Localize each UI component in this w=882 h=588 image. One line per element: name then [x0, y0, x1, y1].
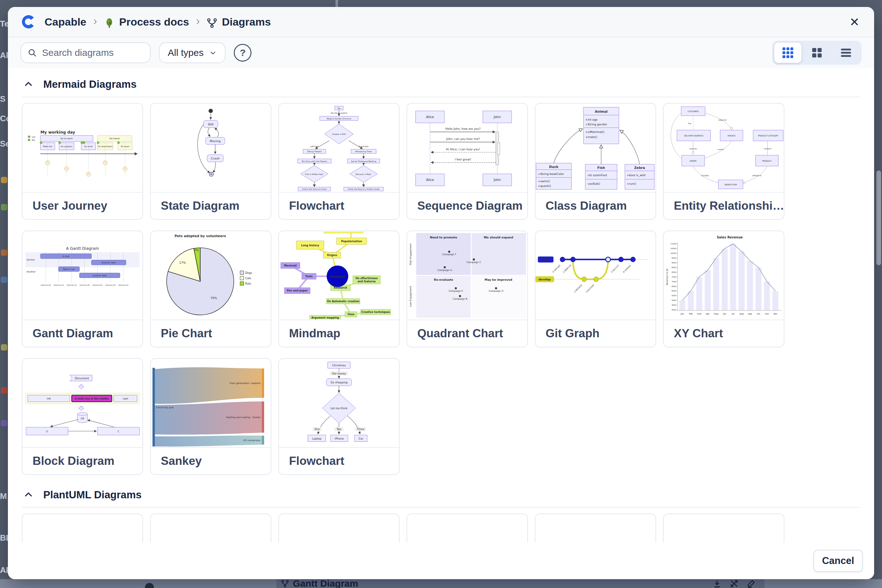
svg-text:Creative techniques: Creative techniques — [361, 311, 390, 314]
svg-text:You: You — [337, 107, 341, 109]
sequence-diagram-preview: Alice John Hello John, how are you? John… — [407, 104, 527, 192]
diagram-card-entity-relationship[interactable]: places has liable for receives covers co… — [663, 103, 784, 220]
type-filter-label: All types — [168, 47, 203, 58]
svg-text:Yes: Yes — [313, 184, 316, 186]
svg-text:High Engagement: High Engagement — [409, 243, 412, 265]
svg-text:left: left — [47, 397, 51, 400]
page-scrollbar-thumb[interactable] — [876, 171, 881, 265]
help-button[interactable]: ? — [234, 44, 251, 62]
card-label: State Diagram — [151, 192, 271, 219]
help-glyph: ? — [240, 47, 245, 58]
breadcrumb-separator: › — [93, 15, 97, 28]
search-input[interactable] — [42, 47, 144, 58]
diagram-card-state[interactable]: Still Moving Crash State Diagram — [150, 103, 271, 220]
svg-text:Electricity grid: Electricity grid — [156, 406, 173, 409]
svg-text:6-2bfbbd1: 6-2bfbbd1 — [622, 264, 631, 273]
diagram-card-sankey[interactable]: Electricity grid Over generation / expor… — [150, 358, 271, 475]
diagram-card-user-journey[interactable]: My working day Cat Me Go to work Go home… — [22, 103, 143, 220]
diagram-card-pie[interactable]: Pets adopted by volunteers 79% 17% 3% Do… — [150, 231, 271, 347]
card-label: Gantt Diagram — [23, 320, 143, 347]
diagram-card-xy[interactable]: Sales Revenue Revenue (in $) 11000105001… — [663, 231, 784, 347]
diagram-card-git[interactable]: 0-36f5ad5 1-e8d01c8 5-abc1c27 6-2bfbbd1 … — [535, 231, 656, 347]
cancel-button[interactable]: Cancel — [813, 550, 863, 572]
svg-text:mar: mar — [697, 312, 701, 315]
pie-chart-preview: Pets adopted by volunteers 79% 17% 3% Do… — [151, 231, 271, 319]
section-header-mermaid[interactable]: Mermaid Diagrams — [23, 77, 874, 92]
background-right-edge — [874, 0, 882, 588]
svg-text:One: One — [314, 428, 319, 431]
diagram-card-gantt[interactable]: A Gantt Diagram A taskAnother taskTask i… — [22, 231, 143, 347]
svg-text:liable for: liable for — [718, 119, 727, 121]
svg-text:Follow the Map to a Hidden Gla: Follow the Map to a Hidden Glade — [348, 188, 380, 190]
svg-text:Go home: Go home — [110, 137, 120, 140]
svg-text:Talking Flowers: Talking Flowers — [307, 150, 322, 153]
background-document-bar: Gantt Diagram — [276, 579, 765, 588]
capable-logo[interactable] — [21, 13, 38, 30]
diagram-card-sequence[interactable]: Alice John Hello John, how are you? John… — [407, 103, 528, 220]
type-filter-dropdown[interactable]: All types — [159, 42, 225, 63]
diagram-card-block[interactable]: Document left A wide one in the middle r… — [22, 358, 143, 475]
diagram-card-flowchart-2[interactable]: Christmas Get money Go shopping Let me t… — [278, 358, 400, 475]
svg-text:Duck: Duck — [549, 165, 559, 169]
svg-text:nov: nov — [765, 312, 769, 315]
svg-text:A task: A task — [63, 255, 70, 258]
close-icon[interactable]: ✕ — [847, 15, 862, 30]
svg-text:Tea Party with the Flowers: Tea Party with the Flowers — [301, 160, 327, 163]
search-input-wrapper[interactable] — [21, 42, 151, 63]
svg-text:Revenue (in $): Revenue (in $) — [666, 269, 669, 285]
svg-text:2014-02-16: 2014-02-16 — [118, 284, 128, 286]
svg-text:5-abc1c27: 5-abc1c27 — [610, 264, 620, 273]
svg-text:A Gantt Diagram: A Gantt Diagram — [66, 246, 99, 251]
view-grid-button[interactable] — [774, 43, 801, 63]
svg-text:10500: 10500 — [670, 248, 676, 249]
svg-text:John, can you hear me?: John, can you hear me? — [446, 137, 480, 141]
svg-text:Pen and paper: Pen and paper — [287, 289, 308, 292]
breadcrumb-app[interactable]: Capable — [45, 16, 86, 28]
list-icon — [839, 46, 853, 59]
svg-text:Long history: Long history — [301, 244, 319, 247]
svg-text:Three: Three — [357, 428, 364, 431]
svg-text:Document: Document — [75, 377, 89, 380]
view-cards-button[interactable] — [803, 43, 831, 63]
card-label: Git Graph — [535, 320, 655, 347]
section-title: Mermaid Diagrams — [43, 78, 137, 90]
svg-text:DB: DB — [81, 417, 84, 420]
svg-text:jan: jan — [680, 312, 684, 315]
diagram-card-quadrant[interactable]: Need to promote We should expand Re-eval… — [407, 231, 528, 347]
sankey-preview: Electricity grid Over generation / expor… — [151, 359, 271, 447]
diagram-card-flowchart[interactable]: You Decide to explore Magical Garden Ent… — [278, 103, 400, 220]
breadcrumb-folder[interactable]: Process docs — [119, 16, 189, 28]
card-label: User Journey — [23, 192, 143, 219]
svg-text:Need to promote: Need to promote — [430, 236, 457, 239]
svg-text:John: John — [493, 178, 501, 182]
section-title: PlantUML Diagrams — [43, 489, 141, 501]
git-branch-icon — [281, 579, 289, 588]
sidebar-text-fragment: Co — [0, 114, 8, 123]
svg-text:mindmap: mindmap — [329, 275, 345, 278]
sidebar-text-fragment: AR — [0, 565, 8, 575]
svg-text:Go shopping: Go shopping — [331, 381, 347, 384]
svg-text:Hello John, how are you?: Hello John, how are you? — [445, 127, 481, 130]
svg-text:Right Path: Right Path — [359, 145, 369, 148]
svg-text:Section: Section — [27, 258, 35, 261]
svg-text:+mate(): +mate() — [585, 135, 597, 139]
svg-text:+String beakColor: +String beakColor — [538, 172, 564, 176]
diagram-card-mindmap[interactable]: mindmap Long history Popularisation Orig… — [278, 231, 400, 347]
svg-text:Go to work: Go to work — [60, 137, 73, 140]
avatar — [145, 583, 154, 588]
card-label: Pie Chart — [151, 320, 271, 347]
card-label: Entity Relationshi… — [664, 192, 784, 219]
section-header-plantuml[interactable]: PlantUML Diagrams — [23, 488, 874, 502]
svg-text:Campaign E: Campaign E — [449, 290, 463, 292]
svg-text:0-36f5ad5: 0-36f5ad5 — [552, 264, 561, 273]
svg-text:Still: Still — [208, 123, 213, 126]
svg-text:Moving: Moving — [210, 139, 221, 143]
card-label: Flowchart — [279, 447, 399, 474]
sidebar-emoji-icon — [1, 344, 7, 351]
diagram-card-class[interactable]: Animal +int age +String gender +isMammal… — [535, 103, 656, 220]
svg-text:Rats: Rats — [245, 282, 251, 285]
view-list-button[interactable] — [832, 43, 859, 63]
svg-text:Animal: Animal — [595, 110, 608, 113]
download-icon — [713, 579, 721, 588]
sidebar-emoji-icon — [1, 277, 7, 283]
